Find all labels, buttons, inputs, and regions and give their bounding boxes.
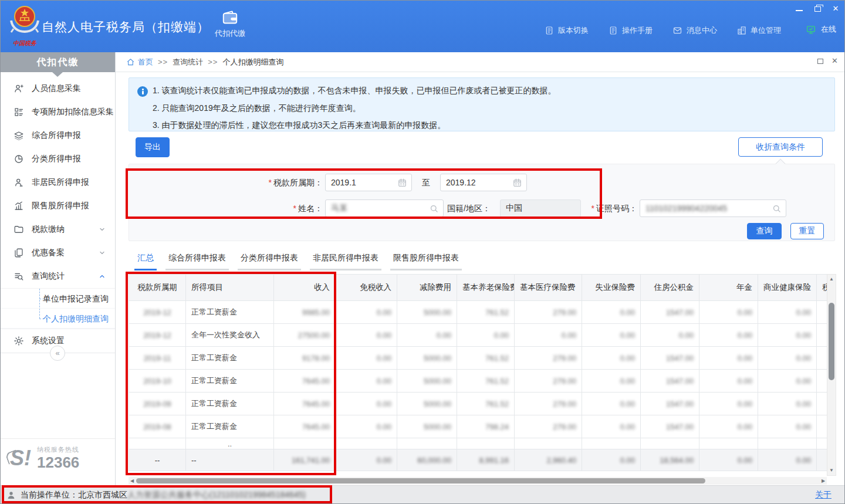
sidebar-item-restricted-shares[interactable]: 限售股所得申报: [1, 194, 115, 218]
column-header[interactable]: 税款所属期: [129, 275, 186, 301]
hotline-number: 12366: [37, 454, 79, 471]
horizontal-scrollbar[interactable]: ◀ ▶: [129, 477, 827, 485]
scroll-right-arrow[interactable]: ▶: [820, 477, 827, 485]
export-button[interactable]: 导出: [136, 137, 170, 157]
table-cell: 279.00: [515, 415, 582, 438]
version-switch-label: 版本切换: [558, 25, 589, 36]
column-header[interactable]: 收入: [274, 275, 336, 301]
current-unit-text: 当前操作单位：北京市西城区: [21, 490, 127, 500]
column-header[interactable]: 住房公积金: [641, 275, 699, 301]
breadcrumb-home-link[interactable]: 首页: [126, 57, 153, 67]
table-cell: 0.00: [336, 370, 397, 393]
user-icon: [6, 491, 16, 500]
table-cell: [817, 449, 827, 471]
wallet-icon: [221, 10, 239, 25]
table-cell: 0.00: [699, 324, 758, 347]
sidebar-item-tax-payment[interactable]: 税款缴纳: [1, 218, 115, 241]
query-statistics-submenu: 单位申报记录查询 个人扣缴明细查询: [1, 288, 115, 329]
id-number-input[interactable]: 110102199904220045: [640, 199, 786, 217]
name-input[interactable]: 马某: [325, 199, 444, 217]
manual-link[interactable]: 操作手册: [609, 25, 653, 36]
horizontal-scroll-thumb[interactable]: [136, 478, 705, 483]
sidebar-item-classified-income[interactable]: 分类所得申报: [1, 147, 115, 171]
panel-maximize-button[interactable]: [817, 59, 823, 64]
tab-nonresident-income-form[interactable]: 非居民所得申报表: [310, 251, 381, 270]
table-row[interactable]: 2019-11正常工资薪金9178.000.005000.00761.52279…: [129, 347, 827, 370]
sidebar-collapse-button[interactable]: «: [50, 346, 65, 361]
table-row[interactable]: 2019-12正常工资薪金9985.000.005000.00761.52279…: [129, 301, 827, 324]
about-link[interactable]: 关于: [815, 490, 832, 500]
table-cell: 761.52: [457, 370, 515, 393]
table-cell: 0.00: [336, 301, 397, 324]
table-cell: 正常工资薪金: [186, 347, 274, 370]
period-to-input[interactable]: 2019.12: [440, 174, 527, 191]
column-header[interactable]: 基本医疗保险费: [515, 275, 582, 301]
column-header[interactable]: 年金: [699, 275, 758, 301]
tab-withholding[interactable]: 代扣代缴: [205, 10, 255, 39]
sidebar-item-personnel-info[interactable]: 人员信息采集: [1, 77, 115, 100]
search-icon[interactable]: [772, 204, 782, 214]
table-cell: 1547.00: [641, 415, 699, 438]
pie-chart-icon: [13, 154, 24, 164]
column-header[interactable]: 免税收入: [336, 275, 397, 301]
panel-close-button[interactable]: ✕: [832, 57, 838, 65]
sidebar-item-label: 专项附加扣除信息采集: [32, 107, 114, 117]
table-row[interactable]: 2019-12全年一次性奖金收入27500.000.000.000.000.00…: [129, 324, 827, 347]
vertical-scrollbar[interactable]: ▲ ▼: [827, 274, 836, 476]
search-icon[interactable]: [429, 204, 439, 214]
column-header[interactable]: 商业健康保险: [758, 275, 817, 301]
sidebar-item-preferential-filing[interactable]: 优惠备案: [1, 241, 115, 265]
calendar-icon[interactable]: [512, 178, 522, 188]
calendar-icon[interactable]: [397, 178, 407, 188]
column-header[interactable]: 失业保险费: [582, 275, 641, 301]
collapse-query-button[interactable]: 收折查询条件: [738, 137, 823, 157]
notice-box: 1. 该查询统计表仅能查询已申报成功的数据，不包含未申报、申报失败，已申报但已作…: [129, 77, 835, 131]
column-header[interactable]: 所得项目: [186, 275, 274, 301]
nationality-input[interactable]: 中国: [500, 199, 581, 217]
app-title: 自然人电子税务局（扣缴端）: [42, 19, 209, 35]
tab-classified-income-form[interactable]: 分类所得申报表: [238, 251, 301, 270]
layers-icon: [13, 130, 24, 141]
unit-management-link[interactable]: 单位管理: [737, 25, 781, 36]
restore-button[interactable]: [813, 5, 822, 13]
message-center-link[interactable]: 消息中心: [672, 25, 717, 36]
table-cell: [582, 438, 641, 449]
scroll-down-arrow[interactable]: ▼: [827, 466, 836, 475]
sidebar-item-query-statistics[interactable]: 查询统计: [1, 265, 115, 288]
tab-restricted-shares-form[interactable]: 限售股所得申报表: [390, 251, 462, 270]
table-row[interactable]: 2019-08正常工资薪金7645.000.005000.00798.24279…: [129, 415, 827, 438]
close-button[interactable]: ✕: [832, 5, 840, 13]
vertical-scroll-thumb[interactable]: [829, 303, 834, 380]
table-cell: [515, 438, 582, 449]
table-cell: 5000.00: [397, 347, 457, 370]
table-cell: [817, 393, 827, 415]
query-button[interactable]: 查询: [747, 223, 782, 239]
sidebar-item-comprehensive-income[interactable]: 综合所得申报: [1, 124, 115, 147]
tab-summary[interactable]: 汇总: [134, 251, 157, 270]
sidebar-item-special-deduction[interactable]: 专项附加扣除信息采集: [1, 100, 115, 124]
sidebar-subitem-unit-declaration-query[interactable]: 单位申报记录查询: [1, 289, 115, 309]
table-cell: 1547.00: [641, 347, 699, 370]
column-header[interactable]: 基本养老保险费: [457, 275, 515, 301]
name-label: *姓名：: [270, 199, 323, 217]
column-header[interactable]: 减除费用: [397, 275, 457, 301]
period-from-input[interactable]: 2019.1: [325, 174, 412, 191]
name-value: 马某: [331, 203, 347, 214]
version-switch-link[interactable]: 版本切换: [545, 25, 589, 36]
breadcrumb-separator: >>: [158, 57, 168, 66]
table-row[interactable]: 2019-09正常工资薪金7645.000.005000.00761.52279…: [129, 393, 827, 415]
breadcrumb-current: 个人扣缴明细查询: [222, 57, 283, 67]
sidebar-item-nonresident-income[interactable]: 非居民所得申报: [1, 171, 115, 194]
table-row[interactable]: 2019-10正常工资薪金7645.000.005000.00761.52279…: [129, 370, 827, 393]
breadcrumb-item[interactable]: 查询统计: [173, 57, 203, 67]
scroll-left-arrow[interactable]: ◀: [129, 477, 136, 485]
table-cell: 279.00: [515, 301, 582, 324]
sidebar-subitem-personal-withholding-query[interactable]: 个人扣缴明细查询: [1, 309, 115, 329]
reset-button[interactable]: 重置: [790, 223, 824, 239]
column-header[interactable]: 税: [817, 275, 827, 301]
online-status[interactable]: 在线: [806, 24, 836, 35]
tab-comprehensive-income-form[interactable]: 综合所得申报表: [165, 251, 229, 270]
scroll-up-arrow[interactable]: ▲: [827, 275, 836, 283]
table-cell: 0.00: [758, 449, 817, 471]
minimize-button[interactable]: [795, 5, 803, 13]
